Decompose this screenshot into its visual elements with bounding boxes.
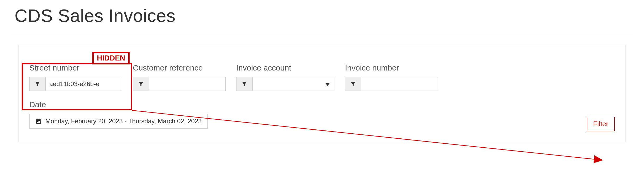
- filter-icon: [242, 81, 247, 87]
- input-combo-customer-reference: [133, 77, 226, 91]
- input-combo-invoice-account: [236, 77, 334, 91]
- label-street-number: Street number: [29, 63, 122, 72]
- filter-icon-button-invoice-account[interactable]: [236, 77, 253, 91]
- date-range-text: Monday, February 20, 2023 - Thursday, Ma…: [45, 118, 202, 125]
- street-number-input[interactable]: [46, 77, 122, 91]
- filter-panel: Street number Customer reference Invoice…: [18, 45, 626, 142]
- invoice-number-input[interactable]: [361, 77, 438, 91]
- filter-date: Date Monday, February 20, 2023 - Thursda…: [29, 100, 615, 129]
- filter-icon-button-invoice-number[interactable]: [345, 77, 361, 91]
- divider: [11, 34, 633, 34]
- filter-icon: [350, 81, 356, 87]
- label-invoice-account: Invoice account: [236, 63, 334, 72]
- label-date: Date: [29, 100, 615, 109]
- customer-reference-input[interactable]: [149, 77, 226, 91]
- label-customer-reference: Customer reference: [133, 63, 226, 72]
- invoice-account-select[interactable]: [253, 77, 334, 91]
- filter-icon-button-street-number[interactable]: [29, 77, 46, 91]
- filters-row: Street number Customer reference Invoice…: [29, 63, 615, 91]
- filter-invoice-number: Invoice number: [345, 63, 438, 91]
- label-invoice-number: Invoice number: [345, 63, 438, 72]
- calendar-icon: [35, 118, 42, 124]
- filter-button[interactable]: Filter: [587, 117, 615, 131]
- page-title: CDS Sales Invoices: [15, 5, 644, 26]
- date-range-picker[interactable]: Monday, February 20, 2023 - Thursday, Ma…: [29, 114, 208, 129]
- input-combo-invoice-number: [345, 77, 438, 91]
- filter-street-number: Street number: [29, 63, 122, 91]
- filter-icon: [138, 81, 144, 87]
- input-combo-street-number: [29, 77, 122, 91]
- filter-icon: [35, 81, 40, 87]
- select-wrap-invoice-account: [253, 77, 334, 91]
- filter-customer-reference: Customer reference: [133, 63, 226, 91]
- filter-icon-button-customer-reference[interactable]: [133, 77, 149, 91]
- filter-invoice-account: Invoice account: [236, 63, 334, 91]
